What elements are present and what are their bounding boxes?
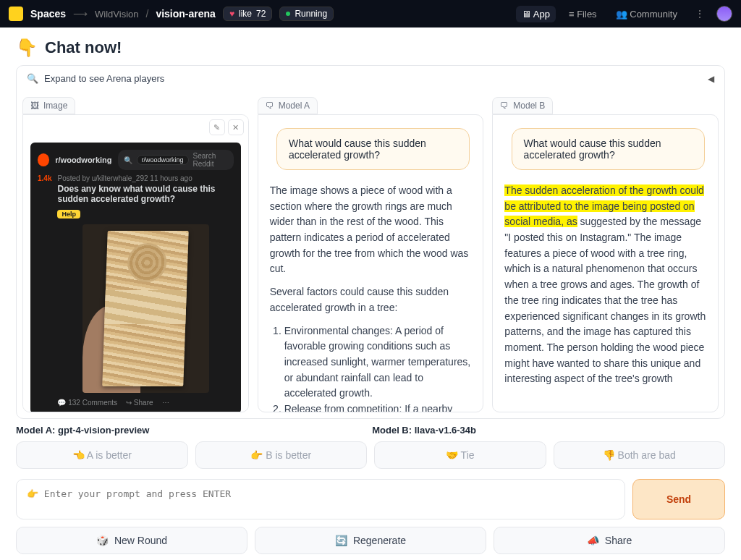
pointing-down-icon: 👇 bbox=[16, 38, 38, 58]
nav-community[interactable]: 👥 Community bbox=[610, 6, 683, 22]
heart-icon: ♥ bbox=[229, 9, 234, 19]
wood-photo bbox=[82, 224, 209, 393]
send-button[interactable]: Send bbox=[632, 479, 725, 519]
close-icon[interactable]: ✕ bbox=[228, 119, 244, 135]
regenerate-button[interactable]: 🔄 Regenerate bbox=[255, 527, 486, 554]
user-bubble-b: What would cause this sudden accelerated… bbox=[512, 128, 705, 170]
expand-label: Expand to see Arena players bbox=[44, 73, 164, 84]
model-a-tab[interactable]: 🗨 Model A bbox=[258, 97, 318, 114]
vote-count: 1.4k bbox=[38, 174, 51, 407]
share-button[interactable]: 📣 Share bbox=[494, 527, 725, 554]
model-b-response: The sudden acceleration of the growth co… bbox=[500, 180, 711, 397]
triangle-collapsed-icon: ◀ bbox=[708, 74, 714, 84]
share-icon: ↪ Share bbox=[126, 399, 153, 407]
model-b-tab[interactable]: 🗨 Model B bbox=[492, 97, 553, 114]
model-a-label: Model A: gpt-4-vision-preview bbox=[16, 425, 363, 436]
image-tab[interactable]: 🖼 Image bbox=[22, 97, 75, 114]
hf-logo-icon bbox=[9, 7, 23, 21]
user-avatar[interactable] bbox=[716, 6, 732, 22]
edit-icon[interactable]: ✎ bbox=[209, 119, 225, 135]
like-count: 72 bbox=[256, 9, 266, 19]
new-round-button[interactable]: 🎲 New Round bbox=[16, 527, 247, 554]
reddit-logo-icon bbox=[38, 153, 49, 166]
like-pill[interactable]: ♥like72 bbox=[223, 7, 273, 21]
magnifier-icon: 🔍 bbox=[27, 73, 38, 84]
user-bubble-a: What would cause this sudden accelerated… bbox=[276, 128, 470, 170]
post-title: Does any know what would cause this sudd… bbox=[57, 184, 233, 204]
top-bar: Spaces ⟶ WildVision / vision-arena ♥like… bbox=[0, 0, 741, 27]
vote-b-better-button[interactable]: 👉 B is better bbox=[195, 441, 368, 469]
status-text: Running bbox=[295, 9, 327, 19]
model-b-label: Model B: llava-v1.6-34b bbox=[372, 425, 476, 436]
uploaded-image-preview[interactable]: r/woodworking 🔍r/woodworkingSearch Reddi… bbox=[30, 143, 241, 412]
expand-players-accordion[interactable]: 🔍 Expand to see Arena players ◀ bbox=[17, 66, 724, 91]
model-a-response: The image shows a piece of wood with a s… bbox=[266, 180, 476, 412]
subreddit-name: r/woodworking bbox=[55, 156, 111, 164]
post-meta: Posted by u/kilterwhale_292 11 hours ago bbox=[57, 174, 233, 182]
repo-link[interactable]: vision-arena bbox=[156, 8, 215, 20]
owner-link[interactable]: WildVision bbox=[95, 9, 138, 20]
vote-tie-button[interactable]: 🤝 Tie bbox=[374, 441, 546, 469]
page-title: 👇 Chat now! bbox=[16, 38, 725, 58]
model-a-chat: What would cause this sudden accelerated… bbox=[258, 114, 484, 412]
image-panel: ✎ ✕ r/woodworking 🔍r/woodworkingSearch R… bbox=[22, 114, 249, 412]
status-dot-icon bbox=[286, 12, 290, 16]
vote-a-better-button[interactable]: 👈 A is better bbox=[16, 441, 188, 469]
running-status: Running bbox=[279, 7, 334, 21]
brand-label[interactable]: Spaces bbox=[30, 8, 66, 20]
nav-files[interactable]: ≡ Files bbox=[563, 6, 603, 22]
vote-both-bad-button[interactable]: 👎 Both are bad bbox=[554, 441, 726, 469]
overflow-menu-icon[interactable]: ⋮ bbox=[690, 8, 709, 20]
separator: ⟶ bbox=[73, 8, 88, 20]
model-b-chat: What would cause this sudden accelerated… bbox=[492, 114, 719, 412]
prompt-input[interactable] bbox=[16, 479, 625, 519]
nav-app[interactable]: 🖥 App bbox=[516, 6, 556, 22]
list-item: Release from competition: If a nearby bbox=[284, 402, 472, 412]
reddit-search: 🔍r/woodworkingSearch Reddit bbox=[118, 150, 234, 170]
comments-icon: 💬 132 Comments bbox=[57, 399, 117, 407]
list-item: Environmental changes: A period of favor… bbox=[284, 323, 472, 402]
flair-badge: Help bbox=[57, 210, 80, 219]
